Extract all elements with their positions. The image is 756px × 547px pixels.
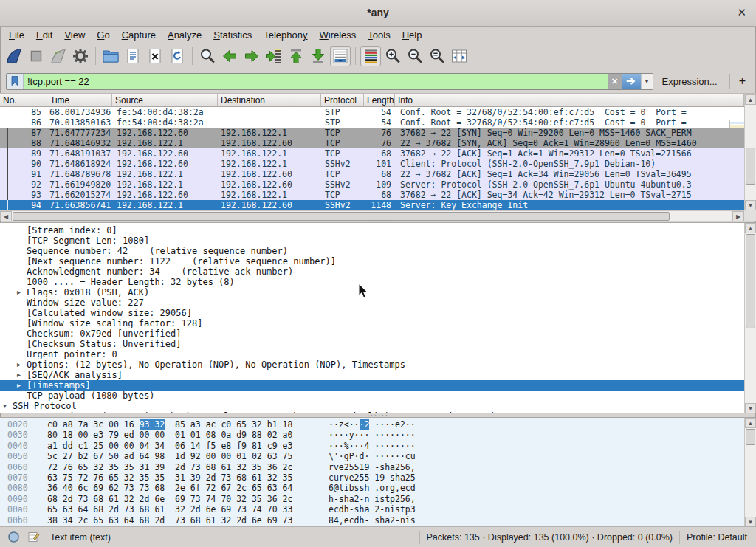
toolbar-capture-restart-icon[interactable] xyxy=(48,46,69,66)
detail-line[interactable]: [Next sequence number: 1122 (relative se… xyxy=(0,256,744,266)
expander-icon[interactable]: ▸ xyxy=(17,359,21,370)
scroll-up-icon[interactable]: ▲ xyxy=(745,418,756,428)
column-header-no[interactable]: No. xyxy=(0,94,47,106)
packet-row-87[interactable]: 8771.647777234192.168.122.60192.168.122.… xyxy=(0,128,756,138)
toolbar-file-close-icon[interactable] xyxy=(145,46,165,66)
packet-row-92[interactable]: 9271.661949820192.168.122.1192.168.122.6… xyxy=(0,179,756,190)
profile-button[interactable]: Profile: Default xyxy=(687,532,747,543)
toolbar-capture-options-icon[interactable] xyxy=(70,46,91,66)
menu-tools[interactable]: Tools xyxy=(362,28,396,42)
menu-edit[interactable]: Edit xyxy=(30,28,58,42)
detail-line[interactable]: [Checksum Status: Unverified] xyxy=(0,339,744,349)
filter-dropdown-icon[interactable]: ▾ xyxy=(641,74,653,89)
detail-line[interactable]: ▸Flags: 0x018 (PSH, ACK) xyxy=(0,287,744,297)
hex-row[interactable]: 00b038 34 2c 65 63 64 68 2d 73 68 61 32 … xyxy=(0,515,744,526)
scrollbar-thumb[interactable] xyxy=(746,234,755,328)
menu-wireless[interactable]: Wireless xyxy=(314,28,362,42)
scroll-down-icon[interactable]: ▼ xyxy=(745,517,756,526)
menu-capture[interactable]: Capture xyxy=(116,28,162,42)
packet-row-94[interactable]: 9471.663856741192.168.122.1192.168.122.6… xyxy=(0,200,756,210)
detail-line[interactable]: ▾SSH Protocol xyxy=(0,401,744,411)
detail-line[interactable]: Acknowledgment number: 34 (relative ack … xyxy=(0,266,744,277)
toolbar-file-reload-icon[interactable] xyxy=(167,46,188,66)
hex-row[interactable]: 0040a1 dd c1 25 00 00 04 34 06 14 f5 e8 … xyxy=(0,441,744,451)
expander-icon[interactable]: ▾ xyxy=(3,401,7,411)
toolbar-file-open-icon[interactable] xyxy=(100,46,121,66)
menu-file[interactable]: File xyxy=(3,28,30,42)
toolbar-zoom-in-icon[interactable] xyxy=(382,46,403,66)
details-vscrollbar[interactable]: ▲ ▼ xyxy=(744,223,756,413)
packet-row-88[interactable]: 8871.648146932192.168.122.1192.168.122.6… xyxy=(0,138,756,148)
scrollbar-thumb[interactable] xyxy=(746,148,755,185)
packet-row-89[interactable]: 8971.648191037192.168.122.60192.168.122.… xyxy=(0,148,756,159)
packet-row-86[interactable]: 8670.013850163fe:54:00:d4:38:2aSTP54Conf… xyxy=(0,117,756,128)
toolbar-zoom-out-icon[interactable] xyxy=(405,46,425,66)
detail-line[interactable]: 1000 .... = Header Length: 32 bytes (8) xyxy=(0,277,744,287)
scroll-up-icon[interactable]: ▲ xyxy=(745,223,756,233)
column-header-source[interactable]: Source xyxy=(112,94,218,106)
detail-line[interactable]: Checksum: 0x79ed [unverified] xyxy=(0,328,744,339)
display-filter-input[interactable] xyxy=(24,74,608,89)
toolbar-go-forward-icon[interactable] xyxy=(241,46,262,66)
menu-analyze[interactable]: Analyze xyxy=(162,28,207,42)
detail-line[interactable]: ▸[Timestamps] xyxy=(0,380,744,391)
hex-row[interactable]: 00a065 63 64 68 2d 73 68 61 32 2d 6e 69 … xyxy=(0,504,744,515)
detail-line[interactable]: [Calculated window size: 29056] xyxy=(0,308,744,318)
menu-telephony[interactable]: Telephony xyxy=(258,28,313,42)
column-header-info[interactable]: Info xyxy=(395,94,744,106)
toolbar-capture-stop-icon[interactable] xyxy=(26,46,47,66)
menu-go[interactable]: Go xyxy=(91,28,115,42)
menu-statistics[interactable]: Statistics xyxy=(207,28,258,42)
filter-clear-icon[interactable]: ✕ xyxy=(608,74,622,89)
toolbar-go-back-icon[interactable] xyxy=(219,46,240,66)
detail-line[interactable]: TCP payload (1080 bytes) xyxy=(0,391,744,401)
column-header-length[interactable]: Length xyxy=(364,94,395,106)
scroll-up-icon[interactable]: ▲ xyxy=(745,94,756,105)
filter-bookmark-icon[interactable] xyxy=(7,74,24,89)
toolbar-capture-start-icon[interactable] xyxy=(4,46,24,66)
bytes-vscrollbar[interactable]: ▲ ▼ xyxy=(744,418,756,526)
hex-row[interactable]: 007063 75 72 76 65 32 35 35 31 39 2d 73 … xyxy=(0,472,744,483)
detail-line[interactable]: Sequence number: 42 (relative sequence n… xyxy=(0,246,744,256)
expression-button[interactable]: Expression... xyxy=(662,76,718,87)
toolbar-go-first-icon[interactable] xyxy=(286,46,306,66)
column-header-time[interactable]: Time xyxy=(47,94,112,106)
add-filter-button[interactable]: + xyxy=(735,75,750,88)
packet-row-85[interactable]: 8568.001734936fe:54:00:d4:38:2aSTP54Conf… xyxy=(0,107,756,117)
expander-icon[interactable]: ▸ xyxy=(17,370,21,380)
expander-icon[interactable]: ▸ xyxy=(17,380,21,391)
close-icon[interactable]: ✕ xyxy=(737,6,746,19)
toolbar-go-last-icon[interactable] xyxy=(308,46,329,66)
packet-row-93[interactable]: 9371.662015274192.168.122.60192.168.122.… xyxy=(0,190,756,200)
scrollbar-thumb[interactable] xyxy=(746,429,755,445)
detail-line[interactable]: Window size value: 227 xyxy=(0,297,744,308)
detail-line[interactable]: ▸[SEQ/ACK analysis] xyxy=(0,370,744,380)
toolbar-resize-columns-icon[interactable] xyxy=(449,46,470,66)
capture-comment-icon[interactable] xyxy=(27,531,40,543)
menu-view[interactable]: View xyxy=(58,28,91,42)
toolbar-find-packet-icon[interactable] xyxy=(197,46,218,66)
packet-row-91[interactable]: 9171.648789678192.168.122.1192.168.122.6… xyxy=(0,169,756,179)
packet-row-90[interactable]: 9071.648618924192.168.122.60192.168.122.… xyxy=(0,159,756,169)
column-header-destination[interactable]: Destination xyxy=(218,94,321,106)
expert-info-icon[interactable] xyxy=(7,531,20,543)
hex-row[interactable]: 008036 40 6c 69 62 73 73 68 2e 6f 72 67 … xyxy=(0,483,744,493)
toolbar-zoom-original-icon[interactable] xyxy=(427,46,447,66)
scroll-down-icon[interactable]: ▼ xyxy=(745,403,756,413)
toolbar-colorize-icon[interactable] xyxy=(360,46,381,66)
hex-row[interactable]: 009068 2d 73 68 61 32 2d 6e 69 73 74 70 … xyxy=(0,494,744,504)
detail-line[interactable]: ▸Options: (12 bytes), No-Operation (NOP)… xyxy=(0,359,744,370)
detail-line[interactable]: Urgent pointer: 0 xyxy=(0,349,744,359)
toolbar-auto-scroll-icon[interactable] xyxy=(330,46,351,66)
detail-line[interactable]: [Stream index: 0] xyxy=(0,225,744,235)
hex-row[interactable]: 00505c 27 b2 67 50 ad 64 98 1d 92 00 00 … xyxy=(0,451,744,461)
hex-row[interactable]: 0020c0 a8 7a 3c 00 16 93 32 85 a3 ac c0 … xyxy=(0,419,744,430)
filter-apply-icon[interactable] xyxy=(622,74,641,89)
hex-row[interactable]: 006072 76 65 32 35 35 31 39 2d 73 68 61 … xyxy=(0,462,744,472)
scroll-down-icon[interactable]: ▼ xyxy=(745,200,756,210)
expander-icon[interactable]: ▸ xyxy=(17,287,21,297)
column-header-protocol[interactable]: Protocol xyxy=(321,94,364,106)
toolbar-go-to-packet-icon[interactable] xyxy=(264,46,284,66)
detail-line[interactable]: [TCP Segment Len: 1080] xyxy=(0,235,744,246)
toolbar-file-save-icon[interactable] xyxy=(123,46,143,66)
